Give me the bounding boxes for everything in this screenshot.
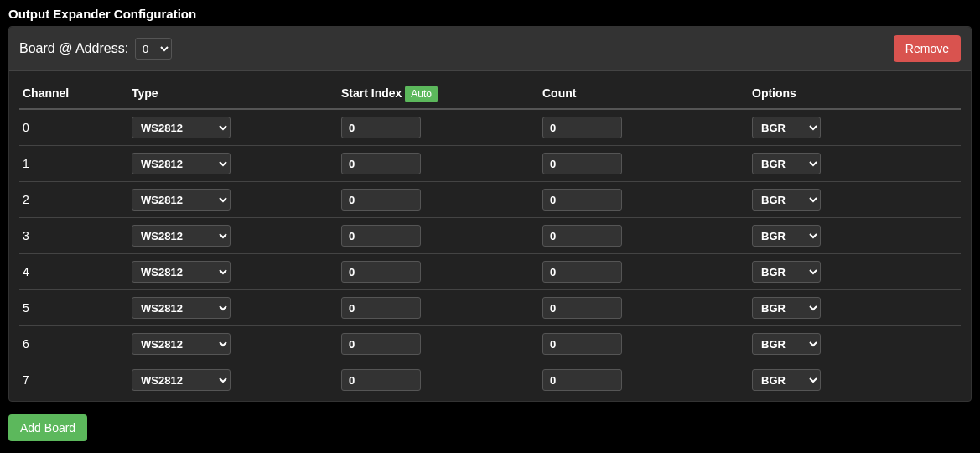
channel-cell: 2 (19, 182, 128, 218)
channel-cell: 6 (19, 326, 128, 362)
table-row: 6WS2812BGR (19, 326, 961, 362)
channels-table: Channel Type Start Index Auto Count Opti… (19, 80, 961, 398)
type-select[interactable]: WS2812 (132, 297, 231, 319)
table-row: 7WS2812BGR (19, 362, 961, 398)
header-start-index-label: Start Index (341, 86, 402, 100)
board-address-select[interactable]: 0 (135, 38, 172, 60)
start-index-input[interactable] (341, 333, 421, 355)
count-input[interactable] (542, 297, 622, 319)
type-select[interactable]: WS2812 (132, 117, 231, 138)
page-title: Output Expander Configuration (0, 0, 980, 26)
table-row: 0WS2812BGR (19, 109, 961, 146)
start-index-input[interactable] (341, 189, 421, 211)
type-select[interactable]: WS2812 (132, 333, 231, 355)
board-address-label: Board @ Address: (19, 41, 128, 56)
options-select[interactable]: BGR (752, 117, 821, 138)
options-select[interactable]: BGR (752, 153, 821, 174)
type-select[interactable]: WS2812 (132, 189, 231, 211)
board-panel: Board @ Address: 0 Remove Channel Type S… (8, 26, 972, 402)
board-panel-heading: Board @ Address: 0 Remove (9, 27, 971, 71)
count-input[interactable] (542, 153, 622, 174)
options-select[interactable]: BGR (752, 189, 821, 211)
start-index-input[interactable] (341, 261, 421, 283)
table-row: 4WS2812BGR (19, 254, 961, 290)
channel-cell: 1 (19, 146, 128, 182)
type-select[interactable]: WS2812 (132, 261, 231, 283)
remove-button[interactable]: Remove (894, 35, 961, 62)
board-panel-body: Channel Type Start Index Auto Count Opti… (9, 71, 971, 401)
count-input[interactable] (542, 369, 622, 391)
options-select[interactable]: BGR (752, 333, 821, 355)
count-input[interactable] (542, 225, 622, 247)
header-start-index: Start Index Auto (338, 80, 539, 109)
add-board-button[interactable]: Add Board (8, 414, 87, 441)
channel-cell: 3 (19, 218, 128, 254)
header-count: Count (539, 80, 749, 109)
start-index-input[interactable] (341, 153, 421, 174)
auto-badge[interactable]: Auto (405, 86, 438, 102)
options-select[interactable]: BGR (752, 297, 821, 319)
channel-cell: 0 (19, 109, 128, 146)
table-row: 3WS2812BGR (19, 218, 961, 254)
start-index-input[interactable] (341, 297, 421, 319)
type-select[interactable]: WS2812 (132, 369, 231, 391)
header-options: Options (749, 80, 961, 109)
count-input[interactable] (542, 189, 622, 211)
options-select[interactable]: BGR (752, 369, 821, 391)
channel-cell: 5 (19, 290, 128, 326)
table-row: 1WS2812BGR (19, 146, 961, 182)
table-row: 5WS2812BGR (19, 290, 961, 326)
count-input[interactable] (542, 117, 622, 138)
channel-cell: 4 (19, 254, 128, 290)
start-index-input[interactable] (341, 225, 421, 247)
start-index-input[interactable] (341, 117, 421, 138)
channel-cell: 7 (19, 362, 128, 398)
header-channel: Channel (19, 80, 128, 109)
count-input[interactable] (542, 261, 622, 283)
table-row: 2WS2812BGR (19, 182, 961, 218)
options-select[interactable]: BGR (752, 225, 821, 247)
start-index-input[interactable] (341, 369, 421, 391)
header-type: Type (128, 80, 338, 109)
count-input[interactable] (542, 333, 622, 355)
options-select[interactable]: BGR (752, 261, 821, 283)
type-select[interactable]: WS2812 (132, 225, 231, 247)
type-select[interactable]: WS2812 (132, 153, 231, 174)
